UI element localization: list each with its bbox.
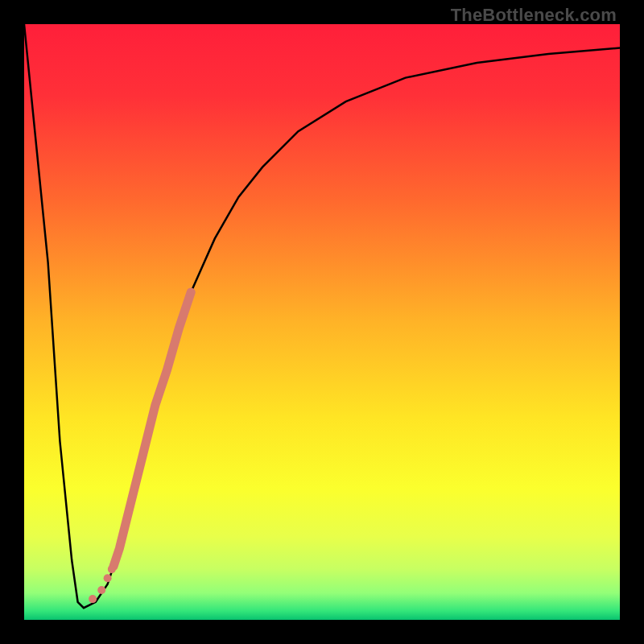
bottleneck-curve xyxy=(24,24,620,608)
svg-point-3 xyxy=(104,574,112,582)
watermark-text: TheBottleneck.com xyxy=(451,5,617,26)
highlight-segment xyxy=(114,292,191,566)
chart-svg xyxy=(24,24,620,620)
svg-point-4 xyxy=(108,565,116,573)
chart-frame: TheBottleneck.com xyxy=(0,0,644,644)
plot-area xyxy=(24,24,620,620)
svg-point-2 xyxy=(97,586,105,594)
svg-point-1 xyxy=(89,595,97,603)
highlight-points xyxy=(89,565,116,603)
